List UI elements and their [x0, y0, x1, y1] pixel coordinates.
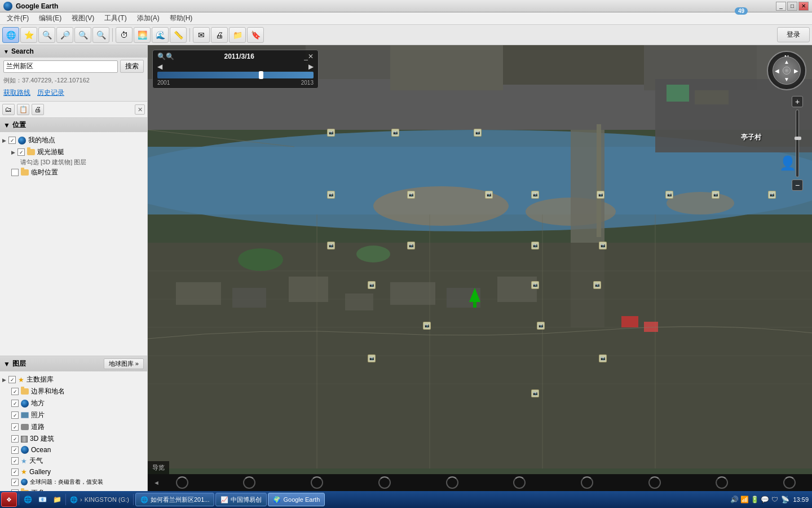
toolbar-print-btn[interactable]: 🖨 — [211, 27, 228, 43]
toolbar-time-btn[interactable]: ⏱ — [116, 27, 133, 43]
timeline-panel[interactable]: 🔍 🔍 2011/3/16 _ ✕ ◀ ▶ 2001 2013 — [152, 50, 319, 89]
timeline-close-btn[interactable]: ✕ — [308, 52, 314, 60]
street-view-icon[interactable]: 👤 — [779, 155, 796, 171]
quick-launch-email[interactable]: 📧 — [36, 493, 49, 506]
login-button[interactable]: 登录 — [777, 27, 810, 42]
tray-shield-icon[interactable]: 🛡 — [770, 495, 779, 504]
layer-borders[interactable]: 边界和地名 — [2, 386, 145, 397]
map-area[interactable]: 📷 📷 📷 📷 📷 📷 📷 📷 📷 📷 📷 📷 📷 📷 📷 📷 📷 📷 📷 📷 … — [148, 45, 812, 491]
close-button[interactable]: ✕ — [798, 2, 809, 11]
ocean-checkbox[interactable] — [11, 446, 19, 454]
menu-file[interactable]: 文件(F) — [2, 12, 33, 24]
tray-chat-icon[interactable]: 💬 — [760, 495, 769, 504]
places-sightseeing[interactable]: ▶ 观光游艇 — [2, 146, 145, 158]
places-copy-btn[interactable]: 📋 — [17, 104, 29, 115]
history-link[interactable]: 历史记录 — [37, 88, 64, 98]
layer-global[interactable]: 全球问题：炎磁音着，值安装 — [2, 477, 145, 487]
toolbar-search4-btn[interactable]: 🔍 — [92, 27, 109, 43]
toolbar-map-btn[interactable]: 🌐 — [2, 27, 19, 43]
toolbar-sun-btn[interactable]: 🌅 — [134, 27, 151, 43]
satellite-view: 📷 📷 📷 📷 📷 📷 📷 📷 📷 📷 📷 📷 📷 📷 📷 📷 📷 📷 📷 📷 … — [148, 45, 812, 491]
maximize-button[interactable]: □ — [787, 2, 797, 11]
global-checkbox[interactable] — [11, 479, 19, 486]
borders-checkbox[interactable] — [11, 388, 19, 395]
toolbar-search2-btn[interactable]: 🔎 — [56, 27, 73, 43]
tray-speaker-icon[interactable]: 🔊 — [730, 495, 739, 504]
timeline-thumb[interactable] — [259, 71, 263, 79]
menu-edit[interactable]: 编辑(E) — [34, 12, 66, 24]
places-checkbox[interactable] — [11, 400, 19, 407]
toolbar-save-btn[interactable]: 📁 — [229, 27, 246, 43]
compass-center[interactable] — [783, 67, 791, 75]
places-print-btn[interactable]: 🖨 — [32, 104, 44, 115]
my-places-checkbox[interactable] — [8, 137, 16, 144]
quick-launch-ie[interactable]: 🌐 — [21, 493, 34, 506]
layer-gallery[interactable]: ★ Gallery — [2, 467, 145, 477]
menu-tools[interactable]: 工具(T) — [100, 12, 131, 24]
temp-checkbox[interactable] — [11, 169, 19, 176]
layer-3d-buildings[interactable]: 3D 建筑 — [2, 433, 145, 445]
sightseeing-checkbox[interactable] — [17, 148, 25, 156]
toolbar-email-btn[interactable]: ✉ — [193, 27, 210, 43]
toolbar-star-btn[interactable]: ⭐ — [20, 27, 37, 43]
minimize-button[interactable]: _ — [776, 2, 786, 11]
get-directions-link[interactable]: 获取路线 — [3, 88, 30, 98]
places-temp[interactable]: 临时位置 — [2, 167, 145, 178]
3d-buildings-checkbox[interactable] — [11, 435, 19, 443]
compass-arrows[interactable]: ▲ ▼ ◀ ▶ — [773, 56, 801, 85]
layer-roads[interactable]: 道路 — [2, 421, 145, 433]
loading-circle — [716, 476, 728, 489]
layers-gallery-button[interactable]: 地球图库 » — [104, 358, 144, 369]
toolbar-search1-btn[interactable]: 🔍 — [38, 27, 55, 43]
tray-battery-icon[interactable]: 🔋 — [750, 495, 759, 504]
photo-marker: 📷 — [327, 242, 335, 249]
taskbar-china-btn[interactable]: 📈 中国博易创 — [215, 493, 267, 506]
tray-network-icon[interactable]: 📶 — [740, 495, 749, 504]
layer-ocean[interactable]: Ocean — [2, 445, 145, 455]
globe-icon — [18, 137, 26, 144]
quick-launch-folder[interactable]: 📁 — [50, 493, 64, 506]
menu-view[interactable]: 视图(V) — [67, 12, 99, 24]
search-header[interactable]: ▼ Search — [0, 45, 147, 58]
timeline-back-btn[interactable]: ◀ — [157, 63, 162, 71]
weather-checkbox[interactable] — [11, 457, 19, 465]
maindb-checkbox[interactable] — [8, 376, 16, 383]
timeline-zoom-in-btn[interactable]: 🔍 — [166, 52, 174, 60]
layer-places[interactable]: 地方 — [2, 397, 145, 409]
layer-more[interactable]: 更多 — [2, 487, 145, 491]
timeline-forward-btn[interactable]: ▶ — [308, 63, 314, 71]
toolbar-water-btn[interactable]: 🌊 — [152, 27, 169, 43]
zoom-in-button[interactable]: + — [792, 96, 803, 107]
layer-weather[interactable]: ★ 天气 — [2, 455, 145, 467]
search-button[interactable]: 搜索 — [120, 60, 144, 73]
start-button[interactable]: ❖ — [1, 492, 17, 507]
taskbar-browser-btn[interactable]: 🌐 如何看兰州新区201... — [135, 493, 215, 506]
places-folder-btn[interactable]: 🗂 — [2, 104, 15, 115]
menu-add[interactable]: 添加(A) — [133, 12, 164, 24]
layers-header[interactable]: ▼ 图层 地球图库 » — [0, 356, 147, 371]
places-header[interactable]: ▼ 位置 — [0, 118, 147, 132]
gallery-star-icon: ★ — [21, 468, 27, 475]
places-close-btn[interactable]: ✕ — [135, 104, 145, 115]
timeline-zoom-out-btn[interactable]: 🔍 — [157, 52, 166, 60]
roads-checkbox[interactable] — [11, 423, 19, 431]
toolbar-search3-btn[interactable]: 🔍 — [74, 27, 91, 43]
menu-help[interactable]: 帮助(H) — [165, 12, 197, 24]
layer-main-db[interactable]: ▶ ★ 主数据库 — [2, 374, 145, 386]
timeline-minimize-btn[interactable]: _ — [304, 52, 308, 60]
zoom-out-button[interactable]: − — [792, 179, 803, 191]
toolbar-ruler-btn[interactable]: 📏 — [170, 27, 187, 43]
layer-photos[interactable]: 照片 — [2, 409, 145, 421]
zoom-handle[interactable] — [795, 137, 801, 140]
toolbar-bookmark-btn[interactable]: 🔖 — [247, 27, 264, 43]
photo-marker: 📷 — [768, 191, 776, 199]
gallery-checkbox[interactable] — [11, 468, 19, 476]
timeline-bar[interactable] — [157, 72, 314, 78]
compass-outer[interactable]: N ▲ ▼ ◀ ▶ — [767, 51, 806, 90]
nav-compass[interactable]: N ▲ ▼ ◀ ▶ — [767, 51, 806, 90]
photos-checkbox[interactable] — [11, 411, 19, 419]
search-input[interactable] — [3, 60, 118, 73]
folder-icon — [27, 149, 35, 155]
places-my-places[interactable]: ▶ 我的地点 — [2, 134, 145, 146]
taskbar-earth-btn[interactable]: 🌍 Google Earth — [268, 493, 325, 506]
